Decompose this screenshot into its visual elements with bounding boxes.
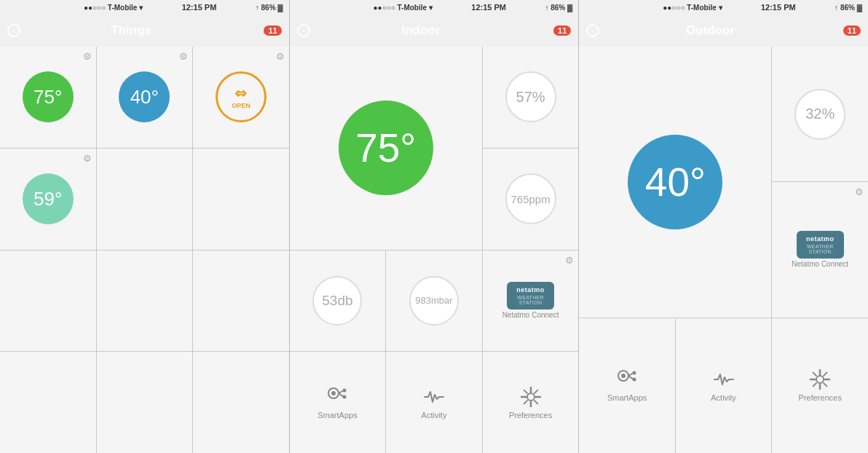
svg-point-21 (816, 376, 824, 383)
cell-empty-4 (97, 251, 193, 352)
svg-point-4 (343, 388, 347, 392)
screen-indoor: ●●○○○ T-Mobile ▾ 12:15 PM ↑ 86% ▓ ‹ Indo… (290, 0, 580, 453)
svg-point-20 (633, 378, 636, 382)
header-things: ‹ Things 11 (0, 15, 289, 47)
time-things: 12:15 PM (182, 3, 217, 12)
cell-empty-2 (193, 149, 289, 250)
gear-icon-netatmo2[interactable]: ⚙ (855, 186, 864, 197)
gear-icon-netatmo-indoor[interactable]: ⚙ (565, 255, 574, 266)
cell-empty-5 (193, 251, 289, 352)
carrier-things: ●●○○○ T-Mobile ▾ (84, 4, 143, 12)
cell-indoor-temp[interactable]: 75° (290, 47, 482, 250)
preferences-button-indoor[interactable]: Preferences (483, 352, 579, 453)
circle-green-75: 75° (23, 71, 74, 122)
gear-icon-2[interactable]: ⚙ (179, 51, 188, 62)
cell-outdoor-temp[interactable]: 40° (579, 47, 771, 318)
status-bar-things: ●●○○○ T-Mobile ▾ 12:15 PM ↑ 86% ▓ (0, 0, 289, 15)
page-title-things: Things (0, 23, 264, 38)
svg-line-11 (524, 390, 526, 393)
carrier-indoor: ●●○○○ T-Mobile ▾ (374, 4, 433, 12)
header-outdoor: ‹ Outdoor 11 (579, 15, 868, 47)
screen-things: ●●○○○ T-Mobile ▾ 12:15 PM ↑ 86% ▓ ‹ Thin… (0, 0, 290, 453)
cell-temp-40[interactable]: ⚙ 40° (97, 47, 193, 148)
svg-line-14 (524, 401, 526, 403)
cell-outdoor-humidity: 32% (772, 47, 868, 181)
circle-open: ⇔ OPEN (216, 71, 267, 122)
svg-line-29 (813, 383, 816, 386)
cell-empty-3 (0, 251, 96, 352)
cell-pressure: 983mbar (386, 251, 482, 352)
grid-outdoor: 40°32%⚙ netatmo WEATHER STATION Netatmo … (579, 47, 868, 453)
page-title-outdoor: Outdoor (579, 23, 843, 38)
time-indoor: 12:15 PM (471, 3, 506, 12)
circle-teal-59: 59° (23, 173, 74, 224)
cell-humidity: 57% (483, 47, 579, 148)
notification-badge-outdoor: 11 (843, 25, 861, 36)
svg-point-16 (621, 374, 626, 378)
netatmo-box2: netatmo WEATHER STATION (797, 231, 844, 259)
cell-co2: 765ppm (483, 149, 579, 250)
svg-line-13 (534, 390, 537, 393)
gear-icon-3[interactable]: ⚙ (276, 51, 285, 62)
page-title-indoor: Indoor (290, 23, 553, 38)
svg-line-26 (813, 373, 816, 376)
activity-button-indoor[interactable]: Activity (386, 352, 482, 453)
cell-netatmo-indoor[interactable]: ⚙ netatmo WEATHER STATION Netatmo Connec… (483, 251, 579, 352)
activity-button-outdoor2[interactable]: Activity (676, 318, 772, 453)
svg-line-27 (824, 383, 826, 386)
circle-blue-40: 40° (119, 71, 170, 122)
svg-point-6 (527, 393, 534, 401)
notification-badge-things: 11 (264, 25, 281, 36)
svg-line-12 (534, 401, 537, 403)
cell-noise: 53db (290, 251, 386, 352)
cell-open[interactable]: ⚙ ⇔ OPEN (193, 47, 289, 148)
svg-point-19 (633, 371, 636, 375)
notification-badge-indoor: 11 (553, 25, 571, 36)
cell-temp-59[interactable]: ⚙ 59° (0, 149, 96, 250)
smartapps-button-outdoor2[interactable]: SmartApps (579, 318, 675, 453)
cell-empty-8 (193, 352, 289, 453)
cell-empty-7 (97, 352, 193, 453)
header-indoor: ‹ Indoor 11 (290, 15, 579, 47)
gear-icon-1[interactable]: ⚙ (83, 51, 92, 62)
cell-empty-6 (0, 352, 96, 453)
smartapps-button-indoor[interactable]: SmartApps (290, 352, 386, 453)
svg-point-1 (331, 391, 336, 395)
preferences-button-outdoor2[interactable]: Preferences (772, 318, 868, 453)
carrier-outdoor: ●●○○○ T-Mobile ▾ (663, 4, 722, 12)
screen-outdoor: ●●○○○ T-Mobile ▾ 12:15 PM ↑ 86% ▓ ‹ Outd… (579, 0, 868, 453)
battery-outdoor: ↑ 86% ▓ (835, 4, 862, 12)
status-bar-outdoor: ●●○○○ T-Mobile ▾ 12:15 PM ↑ 86% ▓ (579, 0, 868, 15)
battery-things: ↑ 86% ▓ (256, 4, 283, 12)
cell-empty-1 (97, 149, 193, 250)
status-bar-indoor: ●●○○○ T-Mobile ▾ 12:15 PM ↑ 86% ▓ (290, 0, 579, 15)
cell-temp-75[interactable]: ⚙ 75° (0, 47, 96, 148)
netatmo-box-indoor: netatmo WEATHER STATION (507, 282, 554, 310)
grid-indoor: 75°57%765ppm53db983mbar⚙ netatmo WEATHER… (290, 47, 579, 453)
gear-icon-4[interactable]: ⚙ (83, 153, 92, 164)
time-outdoor: 12:15 PM (761, 3, 796, 12)
battery-indoor: ↑ 86% ▓ (545, 4, 572, 12)
svg-point-5 (343, 395, 347, 398)
svg-line-28 (824, 373, 826, 376)
grid-things: ⚙ 75° ⚙ 40° ⚙ ⇔ OPEN ⚙ 59° (0, 47, 289, 453)
cell-netatmo-outdoor2[interactable]: ⚙ netatmo WEATHER STATION Netatmo Connec… (772, 182, 868, 317)
